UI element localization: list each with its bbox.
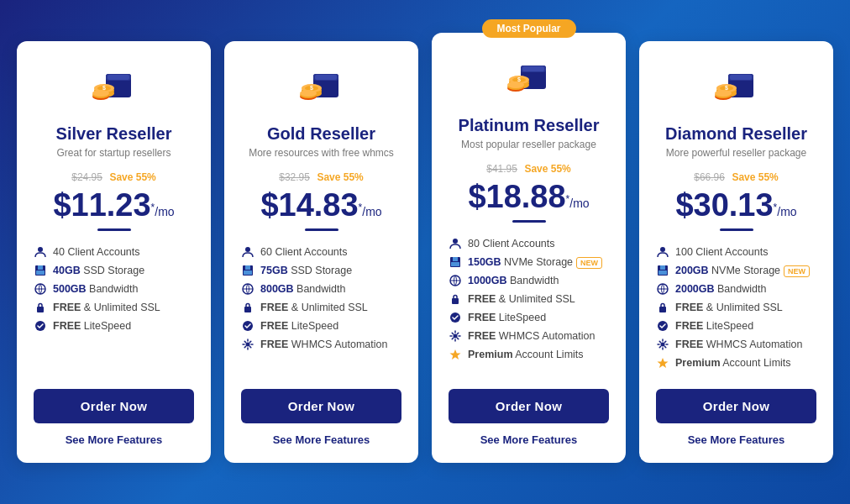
feature-icon — [241, 282, 254, 296]
svg-rect-74 — [658, 270, 667, 275]
price-per: /mo — [155, 205, 174, 218]
feature-icon — [34, 282, 47, 296]
order-now-button[interactable]: Order Now — [449, 389, 609, 423]
feature-text: 200GB NVMe StorageNEW — [675, 265, 810, 276]
plan-name: Diamond Reseller — [656, 124, 816, 144]
feature-icon — [34, 264, 47, 277]
order-now-button[interactable]: Order Now — [241, 389, 401, 423]
feature-text: Premium Account Limits — [675, 357, 791, 369]
feature-icon — [449, 237, 462, 250]
price-main: $11.23*/mo — [34, 187, 194, 223]
feature-icon — [241, 301, 254, 314]
pricing-row: $41.95 Save 55% — [449, 160, 609, 176]
feature-text: 2000GB Bandwidth — [675, 283, 766, 295]
svg-point-10 — [92, 90, 109, 97]
feature-icon — [656, 356, 669, 370]
save-label: Save 55% — [524, 163, 570, 175]
svg-point-70 — [715, 90, 732, 97]
feature-item: 200GB NVMe StorageNEW — [656, 261, 816, 280]
plan-desc: Most popular reseller package — [449, 139, 609, 150]
plan-name: Silver Reseller — [34, 124, 194, 144]
feature-item: 800GB Bandwidth — [241, 280, 401, 298]
feature-icon — [449, 329, 462, 343]
feature-text: 100 Client Accounts — [675, 246, 769, 258]
feature-icon — [656, 301, 669, 314]
see-more-features-link[interactable]: See More Features — [34, 433, 194, 446]
order-now-button[interactable]: Order Now — [656, 389, 816, 423]
feature-item: 100 Client Accounts — [656, 243, 816, 261]
feature-item: 75GB SSD Storage — [241, 261, 401, 280]
feature-icon — [656, 338, 669, 351]
feature-item: FREE WHMCS Automation — [241, 335, 401, 354]
feature-item: 500GB Bandwidth — [34, 280, 194, 298]
feature-item: FREE & Unlimited SSL — [34, 298, 194, 317]
feature-item: Premium Account Limits — [656, 354, 816, 372]
svg-rect-17 — [37, 307, 44, 312]
feature-text: FREE & Unlimited SSL — [675, 302, 783, 313]
svg-rect-32 — [245, 265, 250, 270]
original-price: $32.95 — [279, 171, 310, 183]
features-list: 60 Client Accounts 75GB SSD Storage 800G… — [241, 243, 401, 372]
see-more-features-link[interactable]: See More Features — [241, 433, 401, 446]
new-badge: NEW — [784, 265, 810, 277]
feature-text: 1000GB Bandwidth — [468, 275, 559, 286]
feature-icon — [656, 264, 669, 277]
feature-icon — [449, 348, 462, 361]
feature-icon — [34, 301, 47, 314]
features-list: 80 Client Accounts 150GB NVMe StorageNEW… — [449, 234, 609, 372]
feature-item: FREE WHMCS Automation — [656, 335, 816, 354]
order-now-button[interactable]: Order Now — [34, 389, 194, 423]
feature-icon — [656, 245, 669, 259]
feature-text: FREE & Unlimited SSL — [468, 293, 575, 305]
feature-text: 80 Client Accounts — [468, 238, 555, 249]
feature-text: FREE WHMCS Automation — [675, 339, 802, 350]
feature-text: FREE LiteSpeed — [53, 320, 131, 332]
most-popular-badge: Most Popular — [481, 19, 575, 38]
save-label: Save 55% — [317, 171, 363, 183]
original-price: $41.95 — [486, 163, 517, 175]
price-divider — [97, 228, 131, 231]
price-main: $18.88*/mo — [449, 179, 609, 215]
price-amount: $30.13 — [675, 187, 773, 223]
svg-point-79 — [661, 343, 665, 347]
plan-card-gold: $ Gold Reseller More resources with free… — [224, 41, 418, 463]
feature-item: FREE LiteSpeed — [449, 308, 609, 327]
feature-item: FREE & Unlimited SSL — [241, 298, 401, 317]
feature-item: 150GB NVMe StorageNEW — [449, 253, 609, 271]
features-list: 100 Client Accounts 200GB NVMe StorageNE… — [656, 243, 816, 372]
see-more-features-link[interactable]: See More Features — [656, 433, 816, 446]
plan-name: Gold Reseller — [241, 124, 401, 144]
feature-item: 1000GB Bandwidth — [449, 271, 609, 290]
svg-rect-53 — [451, 262, 459, 266]
svg-point-30 — [245, 247, 250, 252]
svg-rect-56 — [452, 298, 459, 304]
see-more-features-link[interactable]: See More Features — [449, 433, 609, 446]
svg-rect-14 — [36, 270, 45, 275]
svg-marker-59 — [450, 349, 461, 360]
price-main: $30.13*/mo — [656, 187, 816, 223]
feature-text: FREE WHMCS Automation — [468, 330, 595, 342]
save-label: Save 55% — [109, 171, 155, 183]
pricing-row: $66.96 Save 55% — [656, 169, 816, 184]
feature-text: 500GB Bandwidth — [53, 283, 138, 295]
plan-name: Platinum Reseller — [449, 116, 609, 135]
feature-icon — [449, 311, 462, 324]
feature-item: FREE LiteSpeed — [656, 317, 816, 335]
price-divider — [720, 228, 753, 231]
feature-text: FREE LiteSpeed — [675, 320, 753, 332]
feature-text: 40 Client Accounts — [53, 246, 140, 258]
features-list: 40 Client Accounts 40GB SSD Storage 500G… — [34, 243, 194, 372]
feature-item: FREE LiteSpeed — [241, 317, 401, 335]
feature-icon — [656, 319, 669, 333]
svg-rect-41 — [522, 66, 544, 71]
feature-item: Premium Account Limits — [449, 345, 609, 364]
feature-icon — [241, 245, 254, 259]
original-price: $66.96 — [694, 171, 725, 183]
plan-card-diamond: $ Diamond Reseller More powerful reselle… — [639, 41, 833, 463]
svg-point-11 — [38, 247, 43, 252]
feature-item: 2000GB Bandwidth — [656, 280, 816, 298]
svg-point-38 — [246, 343, 250, 347]
feature-icon — [449, 292, 462, 306]
plan-desc: More resources with free whmcs — [241, 147, 401, 159]
svg-point-58 — [454, 334, 458, 339]
